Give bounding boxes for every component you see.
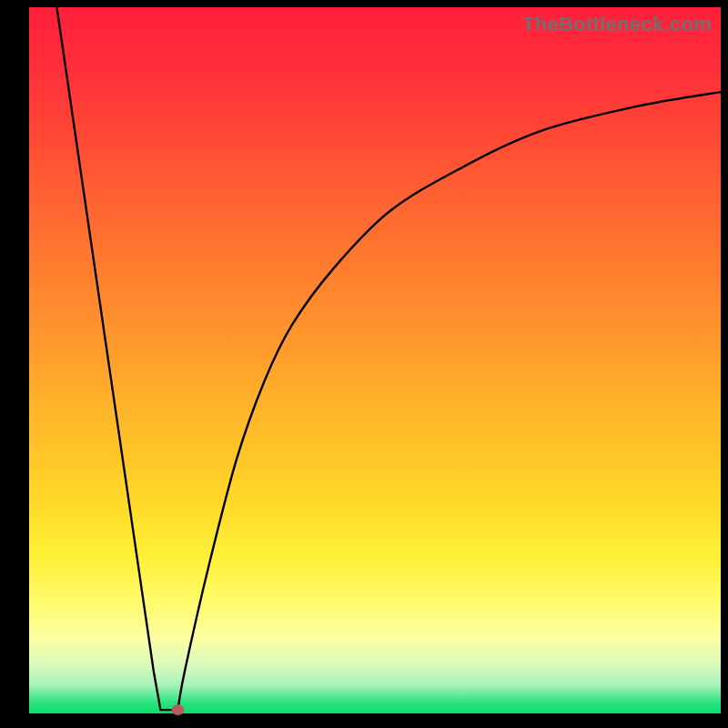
curve-layer	[29, 7, 721, 713]
chart-frame: TheBottleneck.com	[0, 0, 728, 728]
marker-dot	[171, 704, 184, 715]
bottleneck-curve	[56, 7, 721, 710]
plot-area: TheBottleneck.com	[29, 7, 721, 713]
